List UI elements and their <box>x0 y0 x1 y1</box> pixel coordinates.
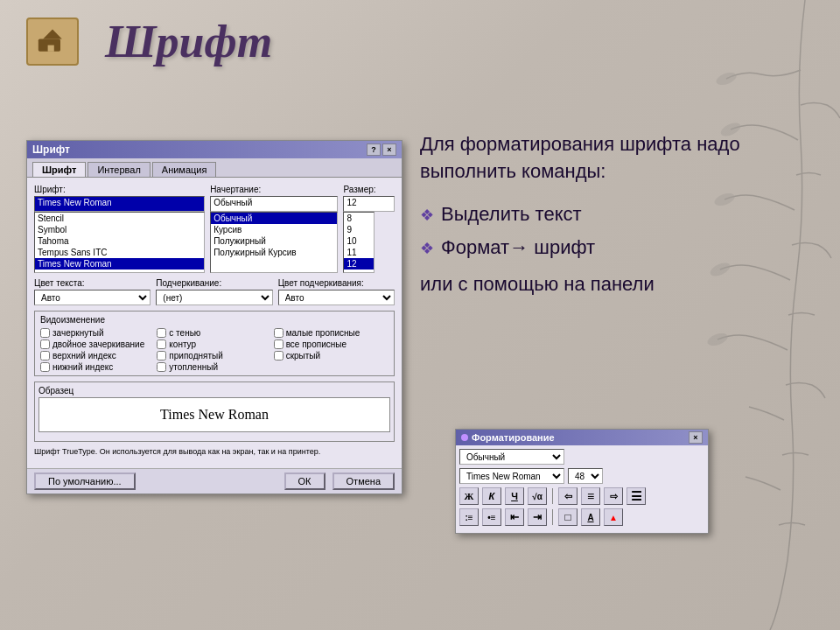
effect-raised-label: приподнятый <box>169 351 222 360</box>
effect-engrave-checkbox[interactable] <box>157 362 166 372</box>
effect-all-caps-label: все прописные <box>286 340 346 349</box>
align-center-button[interactable]: ≡ <box>581 487 600 505</box>
default-button[interactable]: По умолчанию... <box>34 472 136 490</box>
indent2-button[interactable]: ⇥ <box>528 508 547 526</box>
size-select[interactable]: 48 <box>568 468 603 484</box>
size-input[interactable]: 12 <box>343 196 395 212</box>
underline2-button[interactable]: A <box>581 508 600 526</box>
effect-superscript: верхний индекс <box>40 351 155 360</box>
effect-small-caps-checkbox[interactable] <box>274 328 284 338</box>
bullet-text-1: Выделить текст <box>441 203 582 226</box>
size-12[interactable]: 12 <box>344 258 374 270</box>
list2-button[interactable]: •≡ <box>482 508 501 526</box>
page-title: Шрифт <box>105 16 272 67</box>
effect-raised-checkbox[interactable] <box>157 351 166 360</box>
font-name-input[interactable]: Times New Roman <box>34 196 205 212</box>
size-11[interactable]: 11 <box>344 247 374 258</box>
dialog-body: Шрифт: Times New Roman Stencil Symbol Ta… <box>27 178 402 468</box>
effect-superscript-checkbox[interactable] <box>40 351 50 360</box>
special-button[interactable]: √α <box>528 487 547 505</box>
style-item-bold[interactable]: Полужирный <box>211 235 337 247</box>
tab-animation[interactable]: Анимация <box>152 162 217 177</box>
font-style-col: Начертание: Обычный Обычный Курсив Полуж… <box>210 185 338 273</box>
effect-hidden-checkbox[interactable] <box>274 351 284 360</box>
font-label: Шрифт: <box>34 185 205 194</box>
arrow-button[interactable]: ▲ <box>604 508 623 526</box>
effect-subscript-checkbox[interactable] <box>40 362 50 372</box>
help-button[interactable]: ? <box>367 144 381 156</box>
effect-double-strike-label: двойное зачеркивание <box>52 340 144 349</box>
tab-font[interactable]: Шрифт <box>32 162 86 177</box>
style-item-bolditalic[interactable]: Полужирный Курсив <box>211 247 337 258</box>
effect-small-caps: малые прописные <box>274 328 388 338</box>
effect-engrave-label: утопленный <box>169 362 218 372</box>
indent1-button[interactable]: ⇤ <box>505 508 524 526</box>
toolbar-title: Форматирование <box>472 432 555 443</box>
intro-text: Для форматирования шрифта надо выполнить… <box>420 131 805 186</box>
style-item-normal[interactable]: Обычный <box>211 213 337 224</box>
effect-outline-checkbox[interactable] <box>157 340 166 349</box>
effect-strikethrough-checkbox[interactable] <box>40 328 50 338</box>
font-item-symbol[interactable]: Symbol <box>35 224 204 235</box>
dialog-tabs: Шрифт Интервал Анимация <box>27 158 402 178</box>
color-select[interactable]: Авто <box>34 290 150 305</box>
effect-strikethrough: зачеркнутый <box>40 328 155 338</box>
dialog-titlebar: Шрифт ? × <box>27 141 402 158</box>
list1-button[interactable]: :≡ <box>459 508 479 526</box>
style-item-italic[interactable]: Курсив <box>211 224 337 235</box>
bold-button[interactable]: Ж <box>459 487 479 505</box>
bullet-text-2: Формат→ шрифт <box>441 236 595 259</box>
text-color-col: Цвет текста: Авто <box>34 278 150 305</box>
color-row: Цвет текста: Авто Подчеркивание: (нет) Ц… <box>34 278 395 305</box>
underline-select[interactable]: (нет) <box>156 290 272 305</box>
tab-interval[interactable]: Интервал <box>88 162 150 177</box>
ok-button[interactable]: ОК <box>284 472 326 490</box>
size-listbox[interactable]: 8 9 10 11 12 <box>343 212 374 273</box>
toolbar-title-area: Форматирование <box>461 432 555 443</box>
effects-title: Видоизменение <box>40 315 388 325</box>
font-fields-row: Шрифт: Times New Roman Stencil Symbol Ta… <box>34 185 395 273</box>
size-10[interactable]: 10 <box>344 235 374 247</box>
toolbar-close-button[interactable]: × <box>689 431 703 444</box>
font-item-tempus[interactable]: Tempus Sans ITC <box>35 247 204 258</box>
effect-double-strike-checkbox[interactable] <box>40 340 50 349</box>
italic-button[interactable]: К <box>482 487 501 505</box>
effect-all-caps-checkbox[interactable] <box>274 340 284 349</box>
effect-shadow-checkbox[interactable] <box>157 328 166 338</box>
format-toolbar: Форматирование × Обычный Times New Roman… <box>455 429 709 534</box>
bullet-item-2: ❖ Формат→ шрифт <box>420 236 805 259</box>
dialog-footer: По умолчанию... ОК Отмена <box>27 468 402 494</box>
font-item-times[interactable]: Times New Roman <box>35 258 204 270</box>
font-listbox[interactable]: Stencil Symbol Tahoma Tempus Sans ITC Ti… <box>34 212 205 273</box>
close-button[interactable]: × <box>382 144 396 156</box>
underline-color-select[interactable]: Авто <box>278 290 395 305</box>
box-button[interactable]: □ <box>558 508 578 526</box>
underline-button[interactable]: Ч <box>505 487 524 505</box>
align-right-button[interactable]: ⇨ <box>604 487 623 505</box>
font-item-stencil[interactable]: Stencil <box>35 213 204 224</box>
font-size-col: Размер: 12 8 9 10 11 12 <box>343 185 395 273</box>
effects-grid: зачеркнутый с тенью малые прописные двой… <box>40 328 388 372</box>
style-select[interactable]: Обычный <box>459 449 564 465</box>
svg-rect-7 <box>48 45 54 51</box>
preview-label: Образец <box>38 386 390 396</box>
style-listbox[interactable]: Обычный Курсив Полужирный Полужирный Кур… <box>210 212 338 273</box>
align-left-button[interactable]: ⇦ <box>558 487 578 505</box>
titlebar-buttons: ? × <box>367 144 396 156</box>
size-8[interactable]: 8 <box>344 213 374 224</box>
effects-section: Видоизменение зачеркнутый с тенью малые … <box>34 311 395 376</box>
font-select[interactable]: Times New Roman <box>459 468 564 484</box>
size-9[interactable]: 9 <box>344 224 374 235</box>
font-dialog: Шрифт ? × Шрифт Интервал Анимация Шрифт:… <box>26 140 402 494</box>
back-button[interactable] <box>26 18 79 66</box>
style-input[interactable]: Обычный <box>210 196 338 212</box>
effect-superscript-label: верхний индекс <box>52 351 116 360</box>
justify-button[interactable]: ☰ <box>626 487 646 505</box>
toolbar-titlebar: Форматирование × <box>456 430 708 445</box>
effect-subscript: нижний индекс <box>40 362 155 372</box>
bullet-diamond-1: ❖ <box>420 206 434 225</box>
underline-color-label: Цвет подчеркивания: <box>278 278 395 288</box>
cancel-button[interactable]: Отмена <box>332 472 395 490</box>
effect-double-strike: двойное зачеркивание <box>40 340 155 349</box>
font-item-tahoma[interactable]: Tahoma <box>35 235 204 247</box>
